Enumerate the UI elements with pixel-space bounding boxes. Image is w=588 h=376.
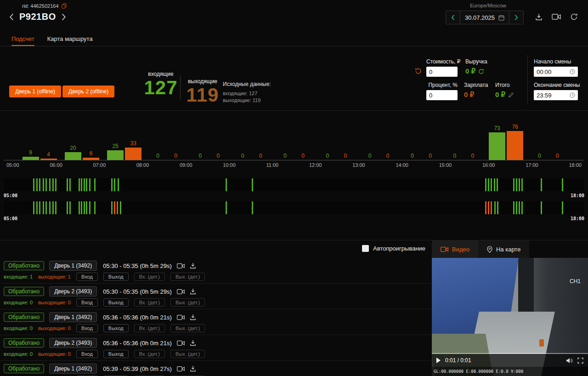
- autoplay-checkbox[interactable]: [362, 245, 369, 252]
- timeline-tick: [226, 201, 227, 214]
- incoming-label: входящие: [142, 71, 179, 77]
- shift-end-label: Окончание смены: [534, 82, 578, 88]
- timeline-tick: [67, 178, 68, 191]
- video-camera-icon[interactable]: [177, 314, 185, 320]
- download-icon[interactable]: [190, 288, 196, 295]
- next-day-button[interactable]: [509, 11, 523, 24]
- counter-divider: [180, 75, 181, 100]
- x-axis-label: 11:00: [266, 162, 279, 168]
- timeline-tick: [252, 178, 253, 191]
- download-icon[interactable]: [535, 13, 543, 21]
- reset-cost-icon[interactable]: [415, 68, 422, 74]
- door-chip[interactable]: Дверь 1 (3492): [49, 364, 97, 374]
- timeline-tick: [516, 178, 517, 191]
- bar-group: 00: [315, 120, 357, 160]
- detail-button-1[interactable]: Выход: [103, 298, 129, 307]
- total-value: 0 ₽: [495, 91, 505, 99]
- timezone-label: Europe/Moscow: [470, 3, 506, 8]
- fullscreen-icon[interactable]: [577, 358, 583, 364]
- door-chip[interactable]: Дверь 1 (3492): [49, 261, 97, 271]
- status-badge: Обработано: [4, 338, 44, 348]
- bar-group: 00: [527, 120, 570, 160]
- detail-button-2[interactable]: Вх. (дет.): [134, 273, 165, 281]
- refresh-icon[interactable]: [570, 13, 578, 21]
- timeline-tick: [541, 178, 542, 191]
- events-tab-0[interactable]: Видео: [432, 240, 478, 258]
- timeline-tick: [494, 201, 496, 214]
- events-tab-1[interactable]: На карте: [478, 240, 529, 258]
- timeline-tick: [114, 201, 115, 214]
- timeline-tick: [519, 178, 520, 191]
- detail-button-2[interactable]: Вх. (дет.): [134, 298, 165, 307]
- main-tab-0[interactable]: Подсчет: [11, 32, 34, 46]
- detail-button-0[interactable]: Вход: [76, 273, 98, 281]
- detail-button-1[interactable]: Выход: [103, 350, 129, 358]
- door-status-button-1[interactable]: Дверь 1 (offline): [9, 85, 61, 97]
- date-field[interactable]: 30.07.2025: [460, 11, 509, 24]
- detail-button-3[interactable]: Вых. (дет.): [170, 324, 205, 332]
- download-icon[interactable]: [190, 314, 196, 320]
- door-chip[interactable]: Дверь 1 (3492): [49, 312, 97, 322]
- timeline-tick: [516, 201, 517, 214]
- next-vehicle-button[interactable]: [62, 13, 66, 21]
- detail-button-0[interactable]: Вход: [76, 350, 98, 358]
- outgoing-count: выходящие: 0: [38, 325, 71, 331]
- detail-button-3[interactable]: Вых. (дет.): [170, 273, 205, 281]
- timeline-tick: [117, 201, 118, 214]
- cost-input[interactable]: [426, 67, 458, 77]
- download-icon[interactable]: [190, 262, 196, 269]
- play-button[interactable]: [436, 358, 441, 363]
- copy-icon[interactable]: [62, 3, 67, 9]
- door-chip[interactable]: Дверь 2 (3493): [49, 338, 97, 348]
- video-export-icon[interactable]: [552, 13, 561, 20]
- download-icon[interactable]: [190, 340, 196, 346]
- outgoing-count: выходящие: 0: [38, 351, 71, 357]
- pencil-icon[interactable]: [508, 92, 514, 98]
- bar-outgoing: [125, 148, 141, 160]
- detail-button-2[interactable]: Вх. (дет.): [134, 324, 165, 332]
- recalc-revenue-icon[interactable]: [478, 68, 484, 74]
- detail-button-3[interactable]: Вых. (дет.): [170, 298, 205, 307]
- event-row: ОбработаноДверь 1 (3492)05:39 - 05:39 (0…: [0, 361, 431, 376]
- source-title: Исходные данные:: [223, 81, 271, 87]
- detail-button-0[interactable]: Вход: [76, 324, 98, 332]
- video-camera-icon[interactable]: [177, 366, 185, 372]
- prev-vehicle-button[interactable]: [9, 13, 14, 21]
- event-row: ОбработаноДверь 1 (3492)05:36 - 05:36 (0…: [0, 309, 431, 335]
- door-status-button-2[interactable]: Дверь 2 (offline): [62, 85, 114, 97]
- timeline-tick: [69, 178, 71, 191]
- detail-button-0[interactable]: Вход: [76, 298, 98, 307]
- download-icon[interactable]: [190, 365, 196, 372]
- video-player[interactable]: CH1 0:01 / 0:01 GL:00.000000 E:00.000000…: [432, 258, 588, 376]
- detail-button-2[interactable]: Вх. (дет.): [134, 350, 165, 358]
- main-tab-1[interactable]: Карта маршрута: [47, 32, 93, 46]
- percent-input[interactable]: [426, 90, 458, 100]
- detail-button-3[interactable]: Вых. (дет.): [170, 350, 205, 358]
- timeline-tick: [36, 178, 38, 191]
- revenue-block: Выручка 0 ₽: [465, 58, 487, 75]
- shift-start-input[interactable]: 00:00: [534, 67, 578, 77]
- detail-button-1[interactable]: Выход: [103, 324, 129, 332]
- timeline-tick: [485, 178, 486, 191]
- shift-end-input[interactable]: 23:59: [534, 90, 578, 100]
- volume-icon[interactable]: [566, 358, 573, 364]
- timeline-tick: [33, 178, 34, 191]
- timeline-tick: [521, 201, 523, 214]
- video-camera-icon[interactable]: [177, 340, 185, 346]
- incoming-count: входящие: 1: [4, 274, 33, 279]
- x-axis-label: 13:00: [352, 162, 365, 168]
- video-camera-icon[interactable]: [177, 289, 185, 295]
- door-chip[interactable]: Дверь 2 (3493): [49, 286, 97, 296]
- detail-button-1[interactable]: Выход: [103, 273, 129, 281]
- shift-end-block: Окончание смены 23:59: [534, 82, 578, 100]
- bar-incoming: [107, 150, 124, 160]
- revenue-value: 0 ₽: [465, 67, 475, 75]
- video-controls: 0:01 / 0:01: [432, 354, 588, 367]
- timeline-tick: [94, 201, 96, 214]
- timeline-tick: [36, 201, 38, 214]
- timeline-tick: [114, 178, 115, 191]
- prev-day-button[interactable]: [446, 11, 460, 24]
- video-camera-icon[interactable]: [177, 263, 185, 269]
- source-data-block: Исходные данные: входящие: 127 выходящие…: [223, 81, 271, 104]
- timeline-end-label: 18:00: [571, 193, 584, 198]
